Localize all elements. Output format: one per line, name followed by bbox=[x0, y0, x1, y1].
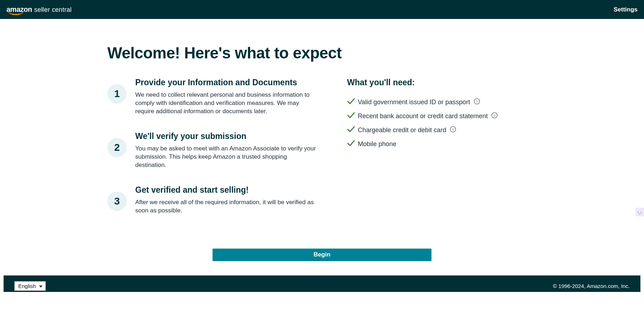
footer: English © 1996-2024, Amazon.com, Inc. bbox=[4, 275, 640, 292]
top-nav: amazon seller central Settings bbox=[0, 0, 644, 19]
checkmark-icon bbox=[347, 140, 355, 148]
requirement-label: Chargeable credit or debit card bbox=[358, 126, 446, 134]
copyright-text: © 1996-2024, Amazon.com, Inc. bbox=[553, 283, 630, 289]
step-2: 2 We'll verify your submission You may b… bbox=[107, 131, 318, 169]
step-title: Get verified and start selling! bbox=[135, 185, 318, 195]
checkmark-icon bbox=[347, 112, 355, 120]
requirement-item: Valid government issued ID or passport ? bbox=[347, 98, 537, 106]
language-selector[interactable]: English bbox=[14, 281, 46, 291]
step-description: After we receive all of the required inf… bbox=[135, 198, 318, 215]
onboarding-content: Welcome! Here's what to expect 1 Provide… bbox=[100, 19, 544, 275]
help-icon[interactable]: ? bbox=[491, 112, 498, 120]
requirement-label: Recent bank account or credit card state… bbox=[358, 112, 488, 120]
requirement-item: Recent bank account or credit card state… bbox=[347, 112, 537, 120]
logo-product-text: seller central bbox=[34, 6, 72, 14]
settings-link[interactable]: Settings bbox=[614, 6, 638, 13]
requirement-item: Chargeable credit or debit card ? bbox=[347, 126, 537, 134]
step-description: You may be asked to meet with an Amazon … bbox=[135, 145, 318, 169]
requirements-list: Valid government issued ID or passport ?… bbox=[347, 98, 537, 148]
requirements-title: What you'll need: bbox=[347, 78, 537, 87]
logo-brand-text: amazon bbox=[6, 5, 32, 14]
steps-column: 1 Provide your Information and Documents… bbox=[107, 78, 318, 231]
step-1: 1 Provide your Information and Documents… bbox=[107, 78, 318, 116]
step-number-badge: 1 bbox=[107, 84, 127, 104]
requirements-column: What you'll need: Valid government issue… bbox=[347, 78, 537, 231]
page-title: Welcome! Here's what to expect bbox=[107, 44, 537, 62]
checkmark-icon bbox=[347, 98, 355, 106]
step-number-badge: 3 bbox=[107, 192, 127, 211]
step-description: We need to collect relevant personal and… bbox=[135, 91, 318, 116]
requirement-label: Mobile phone bbox=[358, 140, 396, 148]
step-3: 3 Get verified and start selling! After … bbox=[107, 185, 318, 215]
step-number-badge: 2 bbox=[107, 138, 127, 157]
two-column-layout: 1 Provide your Information and Documents… bbox=[107, 78, 537, 231]
svg-text:?: ? bbox=[452, 128, 454, 131]
feedback-widget-icon[interactable]: ›_‹ bbox=[635, 208, 644, 216]
step-title: We'll verify your submission bbox=[135, 131, 318, 141]
language-selector-wrap: English bbox=[14, 281, 46, 291]
svg-text:?: ? bbox=[493, 114, 496, 117]
requirement-label: Valid government issued ID or passport bbox=[358, 99, 470, 106]
begin-button[interactable]: Begin bbox=[213, 249, 431, 261]
checkmark-icon bbox=[347, 126, 355, 134]
amazon-seller-central-logo: amazon seller central bbox=[6, 5, 72, 14]
svg-text:?: ? bbox=[476, 100, 478, 104]
requirement-item: Mobile phone bbox=[347, 140, 537, 148]
step-title: Provide your Information and Documents bbox=[135, 78, 318, 87]
help-icon[interactable]: ? bbox=[450, 126, 456, 134]
help-icon[interactable]: ? bbox=[474, 98, 480, 106]
begin-button-row: Begin bbox=[107, 249, 537, 261]
